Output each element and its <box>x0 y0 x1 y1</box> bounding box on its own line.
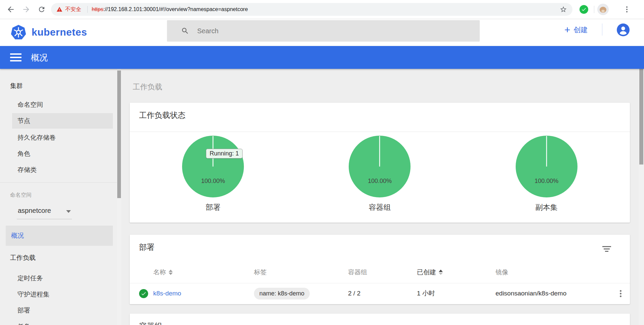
pie-chart-label: 副本集 <box>463 202 630 213</box>
browser-profile-avatar[interactable] <box>597 4 609 15</box>
browser-toolbar: 不安全 https://192.168.2.101:30001/#!/overv… <box>0 0 644 19</box>
status-ok-icon <box>139 289 148 298</box>
deployment-name-link[interactable]: k8s-demo <box>153 290 181 297</box>
sort-icon-active[interactable] <box>439 270 443 275</box>
sidebar-item-namespaces[interactable]: 命名空间 <box>17 100 43 109</box>
search-icon <box>181 27 189 35</box>
deployments-card-title: 部署 <box>139 242 155 252</box>
bookmark-star-icon[interactable] <box>560 6 567 13</box>
menu-icon[interactable] <box>10 53 22 63</box>
sidebar-item-storage-classes[interactable]: 存储类 <box>17 166 37 174</box>
workload-status-card: 工作负载状态 100.00% 部署 100.00% <box>130 103 630 223</box>
chevron-down-icon[interactable] <box>66 210 71 213</box>
deployments-card: 部署 名称 标签 容器组 已创建 镜像 <box>130 235 630 304</box>
sidebar: 集群 命名空间 节点 持久化存储卷 角色 存储类 命名空间 aspnetcore… <box>0 69 117 325</box>
created-cell: 1 小时 <box>417 289 496 298</box>
sidebar-item-roles[interactable]: 角色 <box>17 149 30 158</box>
sidebar-scrollbar-thumb[interactable] <box>117 71 121 198</box>
sidebar-item-daemon-sets[interactable]: 守护进程集 <box>17 290 49 299</box>
images-cell: edisonsaonian/k8s-demo <box>496 290 611 297</box>
namespace-select[interactable]: aspnetcore <box>18 207 51 215</box>
pie-percent-label: 100.00% <box>296 178 463 185</box>
browser-window: 不安全 https://192.168.2.101:30001/#!/overv… <box>0 0 644 325</box>
plus-icon: + <box>564 25 570 35</box>
global-search[interactable] <box>167 20 480 42</box>
pie-chart-deployments[interactable]: 100.00% 部署 <box>130 132 296 223</box>
navbar-title: 概况 <box>31 52 48 63</box>
namespace-underline <box>17 219 72 219</box>
extension-check-icon[interactable] <box>579 5 588 14</box>
sidebar-item-deployments[interactable]: 部署 <box>17 306 30 315</box>
workload-status-charts: 100.00% 部署 100.00% 容器组 100.0 <box>130 132 630 223</box>
column-header-name[interactable]: 名称 <box>153 268 254 277</box>
browser-menu-icon[interactable] <box>622 5 632 14</box>
main-content: 工作负载 工作负载状态 100.00% 部署 <box>121 69 639 325</box>
sidebar-divider <box>0 182 117 183</box>
pie-chart-replica-sets[interactable]: 100.00% 副本集 <box>463 132 630 223</box>
deployments-table-header: 名称 标签 容器组 已创建 镜像 <box>130 262 630 283</box>
pods-card: 容器组 <box>130 314 630 325</box>
toolbar-divider <box>594 6 594 13</box>
pie-replica-sets-svg <box>515 135 578 198</box>
pie-deployments-svg <box>182 135 244 198</box>
sidebar-item-nodes[interactable]: 节点 <box>12 113 113 129</box>
back-icon[interactable] <box>6 5 15 14</box>
page-title: 工作负载 <box>133 82 162 92</box>
sidebar-section-workloads[interactable]: 工作负载 <box>10 253 36 262</box>
pods-cell: 2 / 2 <box>348 290 417 297</box>
sidebar-item-cron-jobs[interactable]: 定时任务 <box>17 274 43 283</box>
sidebar-item-overview[interactable]: 概况 <box>6 226 113 246</box>
column-header-pods[interactable]: 容器组 <box>348 268 417 277</box>
omnibox-divider <box>87 6 88 13</box>
sidebar-scrollbar[interactable] <box>117 69 121 325</box>
page-url: https://192.168.2.101:30001/#!/overview?… <box>92 6 248 12</box>
kubernetes-logo-icon <box>11 25 26 41</box>
window-scrollbar-thumb[interactable] <box>639 69 643 165</box>
namespace-label: 命名空间 <box>10 192 32 199</box>
sidebar-item-persistent-volumes[interactable]: 持久化存储卷 <box>17 133 56 142</box>
table-row: k8s-demo name: k8s-demo 2 / 2 1 小时 ediso… <box>130 283 630 304</box>
row-menu-icon[interactable] <box>611 290 630 297</box>
brand-title: kubernetes <box>32 27 87 38</box>
create-button[interactable]: + 创建 <box>564 25 588 35</box>
address-bar[interactable]: 不安全 https://192.168.2.101:30001/#!/overv… <box>51 3 572 16</box>
column-header-created[interactable]: 已创建 <box>417 268 496 277</box>
security-warning-label: 不安全 <box>65 6 81 13</box>
security-warning-icon <box>56 6 62 12</box>
forward-icon[interactable] <box>22 5 31 14</box>
pods-card-title: 容器组 <box>139 321 162 325</box>
sort-icon[interactable] <box>169 270 173 275</box>
app-header: kubernetes + 创建 <box>0 19 644 46</box>
pie-pods-svg <box>348 135 411 198</box>
column-header-images[interactable]: 镜像 <box>496 268 611 277</box>
column-header-labels[interactable]: 标签 <box>254 268 348 277</box>
label-chip: name: k8s-demo <box>254 288 310 299</box>
app-navbar: 概况 <box>0 46 644 69</box>
pie-percent-label: 100.00% <box>130 178 296 185</box>
filter-icon[interactable] <box>602 246 611 253</box>
pie-chart-pods[interactable]: 100.00% 容器组 <box>296 132 463 223</box>
chart-tooltip: Running: 1 <box>206 149 243 158</box>
workload-status-title: 工作负载状态 <box>139 110 185 121</box>
search-input[interactable] <box>197 27 453 35</box>
pie-chart-label: 部署 <box>130 202 296 213</box>
refresh-icon[interactable] <box>37 5 46 14</box>
sidebar-item-jobs[interactable]: 任务 <box>17 322 30 325</box>
header-divider <box>602 24 602 36</box>
pie-chart-label: 容器组 <box>296 202 463 213</box>
pie-percent-label: 100.00% <box>463 178 630 185</box>
user-avatar[interactable] <box>617 24 630 38</box>
sidebar-section-cluster[interactable]: 集群 <box>10 82 23 90</box>
window-scrollbar[interactable] <box>639 69 644 325</box>
